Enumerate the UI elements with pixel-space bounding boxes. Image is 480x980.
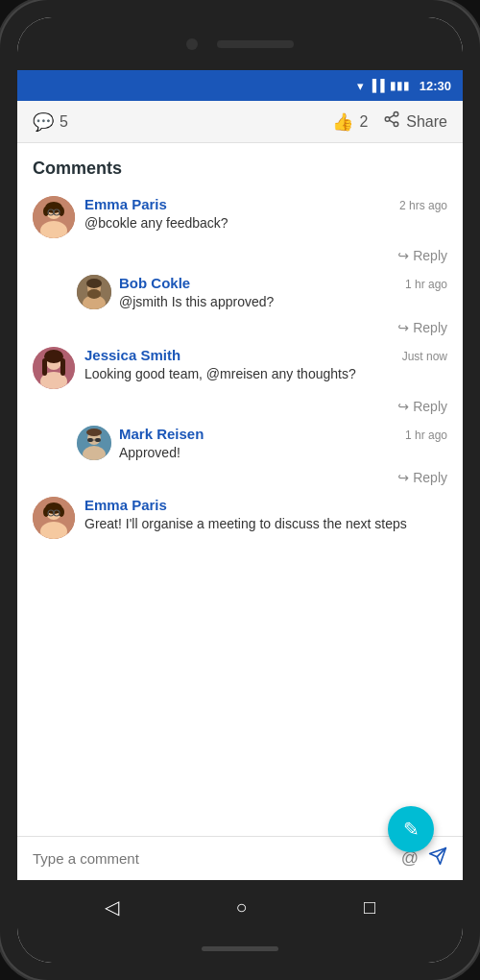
comment-author-bob: Bob Cokle bbox=[119, 275, 190, 291]
reply-label-jessica: Reply bbox=[413, 399, 447, 414]
signal-icon: ▐▐ bbox=[369, 79, 385, 92]
nested-comment-block-bob: Bob Cokle 1 hr ago @jsmith Is this appro… bbox=[77, 275, 447, 316]
reply-row-emma1: ↩ Reply bbox=[33, 244, 447, 267]
comment-icon: 💬 bbox=[33, 111, 54, 133]
share-icon bbox=[383, 110, 400, 133]
bottom-indicator bbox=[202, 946, 278, 951]
phone-frame: ▾ ▐▐ ▮▮▮ 12:30 💬 5 👍 2 bbox=[0, 0, 480, 980]
comment-time-jessica: Just now bbox=[402, 350, 447, 363]
comment-text: @bcokle any feedback? bbox=[84, 214, 447, 233]
svg-point-2 bbox=[395, 122, 399, 127]
phone-speaker bbox=[217, 40, 294, 48]
comment-count: 5 bbox=[60, 113, 68, 131]
recent-button[interactable]: □ bbox=[356, 889, 383, 926]
svg-point-23 bbox=[44, 350, 63, 363]
comment-author-mark: Mark Reisen bbox=[119, 426, 204, 442]
comment-header: Emma Paris 2 hrs ago bbox=[84, 196, 447, 212]
stats-right: 👍 2 Share bbox=[332, 110, 447, 133]
svg-point-0 bbox=[395, 112, 399, 117]
avatar-bob bbox=[77, 275, 111, 309]
svg-rect-29 bbox=[87, 438, 93, 442]
comment-input[interactable] bbox=[33, 850, 392, 867]
share-label: Share bbox=[406, 113, 447, 131]
svg-rect-25 bbox=[60, 358, 65, 376]
avatar-emma2 bbox=[33, 497, 75, 539]
avatar-emma2-svg bbox=[33, 497, 75, 539]
svg-rect-24 bbox=[42, 358, 47, 376]
main-content: Comments bbox=[17, 143, 463, 836]
comment-author: Emma Paris bbox=[84, 196, 167, 212]
reply-row-bob: ↩ Reply bbox=[77, 316, 447, 339]
like-icon: 👍 bbox=[332, 111, 353, 133]
reply-icon: ↩ bbox=[397, 248, 409, 263]
reply-icon-jessica: ↩ bbox=[397, 399, 409, 414]
comment-body-mark: Mark Reisen 1 hr ago Approved! bbox=[119, 426, 447, 467]
comment-text-mark: Approved! bbox=[119, 444, 447, 463]
comment-body-jessica: Jessica Smith Just now Looking good team… bbox=[84, 347, 447, 389]
comment-header-bob: Bob Cokle 1 hr ago bbox=[119, 275, 447, 291]
comment-header-jessica: Jessica Smith Just now bbox=[84, 347, 447, 363]
avatar-jessica bbox=[33, 347, 75, 389]
status-time: 12:30 bbox=[420, 79, 451, 93]
svg-point-1 bbox=[386, 117, 391, 122]
reply-icon-bob: ↩ bbox=[397, 320, 409, 335]
phone-bottom-bar bbox=[17, 934, 463, 963]
status-bar: ▾ ▐▐ ▮▮▮ 12:30 bbox=[17, 70, 463, 101]
phone-inner: ▾ ▐▐ ▮▮▮ 12:30 💬 5 👍 2 bbox=[17, 17, 463, 963]
reply-label-mark: Reply bbox=[413, 470, 447, 485]
share-section[interactable]: Share bbox=[383, 110, 447, 133]
reply-label-bob: Reply bbox=[413, 320, 447, 335]
comment-block-emma2: Emma Paris Great! I'll organise a meetin… bbox=[33, 497, 447, 539]
bottom-nav: ◁ ○ □ bbox=[17, 880, 463, 934]
avatar-jessica-svg bbox=[33, 347, 75, 389]
comment-body-emma2: Emma Paris Great! I'll organise a meetin… bbox=[84, 497, 447, 539]
home-button[interactable]: ○ bbox=[228, 889, 254, 926]
reply-button-mark[interactable]: ↩ Reply bbox=[397, 466, 447, 489]
phone-camera bbox=[186, 38, 198, 50]
stats-left: 💬 5 bbox=[33, 111, 324, 133]
send-icon[interactable] bbox=[428, 846, 447, 870]
reply-button-bob[interactable]: ↩ Reply bbox=[397, 316, 447, 339]
status-icons: ▾ ▐▐ ▮▮▮ bbox=[357, 79, 410, 93]
comment-header-emma2: Emma Paris bbox=[84, 497, 447, 513]
svg-point-18 bbox=[87, 289, 101, 299]
svg-point-19 bbox=[86, 279, 102, 288]
comment-body-emma1: Emma Paris 2 hrs ago @bcokle any feedbac… bbox=[84, 196, 447, 238]
avatar-bob-svg bbox=[77, 275, 111, 309]
nested-comment-block-mark: Mark Reisen 1 hr ago Approved! bbox=[77, 426, 447, 467]
reply-button-emma1[interactable]: ↩ Reply bbox=[397, 244, 447, 267]
comment-time-mark: 1 hr ago bbox=[405, 429, 447, 442]
back-button[interactable]: ◁ bbox=[97, 888, 127, 926]
svg-line-4 bbox=[390, 115, 395, 118]
wifi-icon: ▾ bbox=[357, 79, 364, 93]
comment-time-bob: 1 hr ago bbox=[405, 278, 447, 291]
phone-top-bar bbox=[17, 17, 463, 70]
stats-bar: 💬 5 👍 2 Share bbox=[17, 101, 463, 143]
comment-author-emma2: Emma Paris bbox=[84, 497, 167, 513]
comment-author-jessica: Jessica Smith bbox=[84, 347, 180, 363]
comment-text-jessica: Looking good team, @mreisen any thoughts… bbox=[84, 365, 447, 384]
comment-body-bob: Bob Cokle 1 hr ago @jsmith Is this appro… bbox=[119, 275, 447, 316]
reply-button-jessica[interactable]: ↩ Reply bbox=[397, 395, 447, 418]
avatar-mark-svg bbox=[77, 426, 111, 460]
svg-point-32 bbox=[86, 429, 102, 436]
comment-block: Emma Paris 2 hrs ago @bcokle any feedbac… bbox=[33, 196, 447, 238]
fab-button[interactable]: ✎ bbox=[388, 806, 434, 852]
reply-label: Reply bbox=[413, 248, 447, 263]
fab-edit-icon: ✎ bbox=[403, 818, 420, 841]
svg-rect-30 bbox=[95, 438, 101, 442]
reply-icon-mark: ↩ bbox=[397, 470, 409, 485]
reply-row-jessica: ↩ Reply bbox=[33, 395, 447, 418]
comment-block-jessica: Jessica Smith Just now Looking good team… bbox=[33, 347, 447, 389]
nested-comment-mark: Mark Reisen 1 hr ago Approved! ↩ Reply bbox=[77, 426, 447, 490]
reply-row-mark: ↩ Reply bbox=[77, 466, 447, 489]
battery-icon: ▮▮▮ bbox=[390, 79, 410, 92]
avatar-emma1 bbox=[33, 196, 75, 238]
comment-text-emma2: Great! I'll organise a meeting to discus… bbox=[84, 515, 447, 534]
comment-header-mark: Mark Reisen 1 hr ago bbox=[119, 426, 447, 442]
comments-title: Comments bbox=[33, 159, 447, 179]
like-section[interactable]: 👍 2 bbox=[332, 111, 368, 133]
like-count: 2 bbox=[359, 113, 368, 131]
comment-text-bob: @jsmith Is this approved? bbox=[119, 293, 447, 312]
nested-comment-bob: Bob Cokle 1 hr ago @jsmith Is this appro… bbox=[77, 275, 447, 339]
